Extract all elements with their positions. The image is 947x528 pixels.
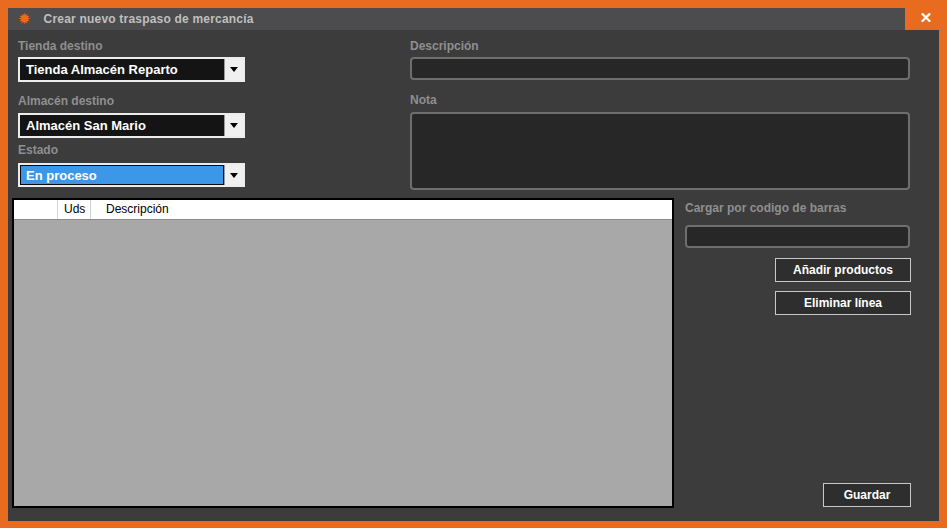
estado-value: En proceso [20,165,224,185]
tienda-destino-value: Tienda Almacén Reparto [20,59,224,80]
products-table-header: Uds Descripción [14,200,672,220]
almacen-destino-value: Almacén San Mario [20,115,224,136]
app-sparkle-icon: ✹ [18,8,31,30]
descripcion-label: Descripción [410,39,479,53]
tienda-destino-label: Tienda destino [18,39,102,53]
almacen-destino-select[interactable]: Almacén San Mario [18,113,245,138]
products-table-body[interactable] [14,220,672,506]
chevron-down-icon[interactable] [224,59,243,80]
add-products-button[interactable]: Añadir productos [775,258,911,282]
estado-select[interactable]: En proceso [18,163,245,187]
tienda-destino-select[interactable]: Tienda Almacén Reparto [18,57,245,82]
dialog-window: ✹ Crear nuevo traspaso de mercancía ✕ Ti… [0,0,947,528]
descripcion-input[interactable] [410,57,910,80]
titlebar: ✹ Crear nuevo traspaso de mercancía [8,8,939,30]
barcode-input[interactable] [685,225,910,248]
delete-line-button[interactable]: Eliminar línea [775,291,911,315]
nota-textarea[interactable] [410,112,910,190]
chevron-down-icon[interactable] [224,165,243,185]
chevron-down-icon[interactable] [224,115,243,136]
nota-label: Nota [410,93,437,107]
almacen-destino-label: Almacén destino [18,94,114,108]
close-button[interactable]: ✕ [905,0,947,30]
estado-label: Estado [18,143,58,157]
products-table[interactable]: Uds Descripción [12,198,674,508]
column-header-descripcion: Descripción [91,200,672,219]
save-button[interactable]: Guardar [823,483,911,507]
column-header-uds: Uds [58,200,91,219]
window-title: Crear nuevo traspaso de mercancía [44,12,254,26]
barcode-label: Cargar por codigo de barras [685,201,846,215]
column-header-selector [14,200,58,219]
